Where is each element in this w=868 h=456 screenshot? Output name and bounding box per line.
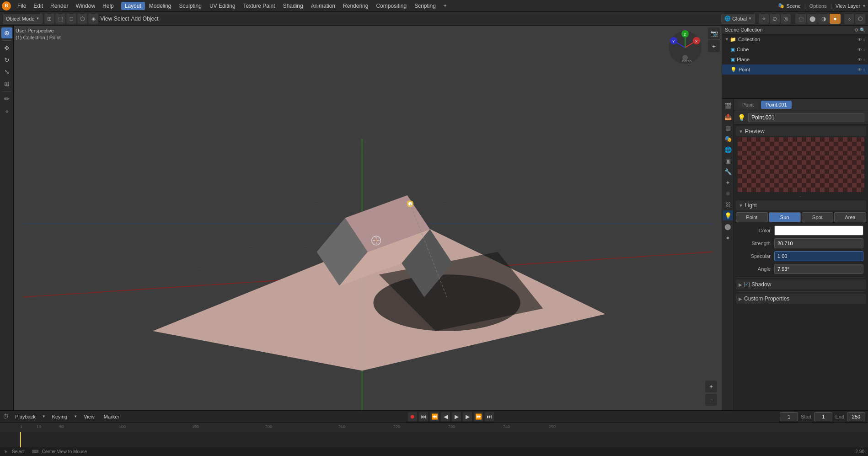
tl-skip-end-btn[interactable]: ⏭ [485, 412, 494, 421]
tab-plus[interactable]: + [440, 2, 450, 10]
color-swatch[interactable] [774, 225, 863, 236]
prop-material-icon[interactable]: ⬤ [723, 221, 733, 231]
plane-select-icon[interactable]: ↕ [863, 57, 865, 62]
view-option-btn-4[interactable]: ⬡ [77, 14, 87, 24]
cube-eye-icon[interactable]: 👁 [857, 47, 862, 52]
plane-eye-icon[interactable]: 👁 [857, 57, 862, 62]
tab-scripting[interactable]: Scripting [411, 2, 439, 10]
tool-annotate[interactable]: ✏ [1, 93, 12, 104]
proportional-type-btn[interactable]: ◎ [781, 14, 791, 24]
snap-btn[interactable]: ⌖ [759, 14, 769, 24]
scene-name[interactable]: Scene [786, 3, 800, 9]
strength-value[interactable]: 20.710 [774, 238, 863, 248]
proportional-btn[interactable]: ⊙ [770, 14, 780, 24]
collection-eye-icon[interactable]: 👁 [857, 37, 862, 42]
menu-edit[interactable]: Edit [30, 2, 47, 10]
shade-solid[interactable]: ⬤ [807, 14, 818, 24]
shadow-section-header[interactable]: ▶ ✓ Shadow [736, 279, 866, 290]
prop-constraints-icon[interactable]: ⛓ [723, 199, 733, 209]
current-frame-input[interactable] [780, 412, 798, 421]
tl-playback[interactable]: Playback [12, 413, 38, 420]
point-eye-icon[interactable]: 👁 [857, 67, 862, 72]
outliner-search-btn[interactable]: 🔍 [860, 27, 865, 32]
view-option-btn-3[interactable]: □ [66, 14, 76, 24]
tab-rendering[interactable]: Rendering [339, 2, 372, 10]
custom-props-header[interactable]: ▶ Custom Properties [736, 294, 866, 304]
timeline-bar[interactable]: 1 10 50 100 150 200 210 220 230 240 250 [0, 423, 868, 447]
shade-wireframe[interactable]: ⬚ [795, 14, 806, 24]
tool-cursor[interactable]: ⊕ [1, 27, 12, 38]
object-name-input[interactable] [748, 113, 864, 122]
view-layer-btn[interactable]: View Layer [836, 3, 860, 9]
prop-tab-point[interactable]: Point [738, 101, 758, 109]
vrt-zoom-out[interactable]: − [705, 394, 717, 406]
tl-next-frame-btn[interactable]: ⏩ [474, 412, 483, 421]
start-frame-input[interactable] [814, 412, 832, 421]
tab-compositing[interactable]: Compositing [372, 2, 410, 10]
outliner-item-cube[interactable]: ▣ Cube 👁 ↕ [722, 44, 868, 54]
shade-rendered[interactable]: ● [830, 14, 841, 24]
prop-scene-icon[interactable]: 🎭 [723, 134, 733, 144]
menu-render[interactable]: Render [47, 2, 72, 10]
tab-layout[interactable]: Layout [121, 2, 145, 10]
preview-section-header[interactable]: ▼ Preview [736, 126, 866, 136]
shade-material[interactable]: ◑ [818, 14, 829, 24]
prop-object-icon[interactable]: ▣ [723, 156, 733, 166]
end-frame-input[interactable] [847, 412, 865, 421]
header-add[interactable]: Add [131, 16, 140, 22]
prop-data-icon[interactable]: 💡 [723, 210, 733, 220]
tl-prev-frame-btn[interactable]: ⏪ [430, 412, 439, 421]
shadow-checkbox[interactable]: ✓ [744, 282, 750, 287]
light-type-area[interactable]: Area [834, 212, 866, 222]
vrt-add-area[interactable]: + [708, 40, 720, 52]
tool-move[interactable]: ✥ [1, 43, 12, 54]
tab-sculpting[interactable]: Sculpting [176, 2, 205, 10]
prop-physics-icon[interactable]: ⚛ [723, 188, 733, 198]
prop-particles-icon[interactable]: ✦ [723, 177, 733, 188]
tl-skip-start-btn[interactable]: ⏮ [419, 412, 428, 421]
angle-value[interactable]: 7.93° [774, 264, 863, 274]
light-type-point[interactable]: Point [736, 212, 768, 222]
prop-tab-point001[interactable]: Point.001 [761, 101, 791, 109]
overlay-btn[interactable]: ⬦ [844, 14, 854, 24]
prop-world-icon[interactable]: 🌐 [723, 145, 733, 155]
collection-select-icon[interactable]: ↕ [863, 37, 865, 42]
point-select-icon[interactable]: ↕ [863, 67, 865, 72]
header-object[interactable]: Object [143, 16, 159, 22]
mode-selector[interactable]: Object Mode ▼ [3, 14, 43, 24]
tool-rotate[interactable]: ↻ [1, 54, 12, 65]
xray-btn[interactable]: ⬡ [855, 14, 865, 24]
cube-select-icon[interactable]: ↕ [863, 47, 865, 52]
tool-measure[interactable]: ⬦ [1, 105, 12, 116]
specular-value[interactable]: 1.00 [774, 251, 863, 261]
tab-modeling[interactable]: Modeling [145, 2, 175, 10]
tab-uv-editing[interactable]: UV Editing [206, 2, 239, 10]
menu-window[interactable]: Window [72, 2, 99, 10]
menu-help[interactable]: Help [99, 2, 118, 10]
tab-shading[interactable]: Shading [279, 2, 307, 10]
outliner-item-collection[interactable]: ▼ 📁 Collection 👁 ↕ [722, 34, 868, 44]
header-select[interactable]: Select [114, 16, 129, 22]
prop-modifier-icon[interactable]: 🔧 [723, 166, 733, 177]
tl-view[interactable]: View [81, 413, 97, 420]
options-btn[interactable]: Options [809, 3, 827, 9]
navigation-gizmo[interactable]: X Y Z Persp [667, 29, 703, 66]
tl-record-btn[interactable]: ⏺ [408, 412, 417, 421]
tool-scale[interactable]: ⤡ [1, 66, 12, 77]
viewport[interactable]: User Perspective (1) Collection | Point [14, 26, 722, 410]
vrt-view-camera[interactable]: 📷 [708, 27, 720, 39]
view-option-btn-1[interactable]: ⊞ [44, 14, 54, 24]
tl-keying[interactable]: Keying [49, 413, 70, 420]
light-section-header[interactable]: ▼ Light [736, 200, 866, 210]
light-type-spot[interactable]: Spot [802, 212, 834, 222]
tl-prev-keyframe-btn[interactable]: ◀ [441, 412, 450, 421]
menu-file[interactable]: File [14, 2, 30, 10]
tl-play-btn[interactable]: ▶ [452, 412, 461, 421]
timeline-track[interactable] [0, 432, 868, 447]
tool-transform[interactable]: ⊞ [1, 78, 12, 89]
tab-animation[interactable]: Animation [307, 2, 339, 10]
prop-output-icon[interactable]: 📤 [723, 112, 733, 122]
vrt-zoom-in[interactable]: + [705, 381, 717, 392]
light-type-sun[interactable]: Sun [769, 212, 801, 222]
outliner-filter-btn[interactable]: ⚙ [854, 27, 858, 32]
